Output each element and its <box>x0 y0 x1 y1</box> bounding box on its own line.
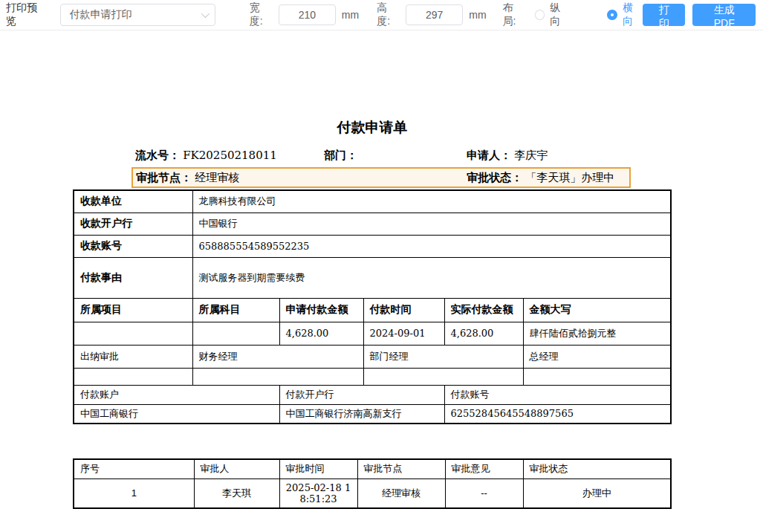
cell-header: 付款账号 <box>444 385 671 404</box>
cell-header: 所属科目 <box>192 298 279 322</box>
cell-value: 4,628.00 <box>279 322 363 345</box>
print-button[interactable]: 打印 <box>643 4 685 26</box>
document-info-row: 流水号： FK20250218011 部门： 申请人： 李庆宇 <box>73 148 672 163</box>
cell-value: 李天琪 <box>194 479 279 508</box>
cell-label: 付款事由 <box>74 257 192 298</box>
cell-label: 收款账号 <box>74 235 192 257</box>
signature-row: 出纳审批 财务经理 部门经理 总经理 <box>74 345 671 368</box>
approval-node-label: 审批节点： <box>136 171 192 184</box>
approval-status-label: 审批状态： <box>467 171 522 184</box>
cell-value: 经理审核 <box>357 479 445 508</box>
radio-portrait[interactable]: 纵向 <box>535 1 571 28</box>
width-label: 宽度: <box>250 1 273 28</box>
cell-header: 序号 <box>74 459 194 479</box>
cell-header: 审批意见 <box>445 459 523 479</box>
applicant-label: 申请人： <box>467 149 511 161</box>
cell-value: 4,628.00 <box>444 322 523 345</box>
signature-blank-row <box>74 368 671 385</box>
cell-value: 658885554589552235 <box>192 235 671 257</box>
template-select-value: 付款申请打印 <box>70 8 132 22</box>
table-row: 收款账号 658885554589552235 <box>74 235 671 257</box>
cell-value <box>74 322 192 345</box>
height-input[interactable] <box>406 4 463 25</box>
document-title: 付款申请单 <box>73 118 672 137</box>
cell-value: 龙腾科技有限公司 <box>192 190 671 213</box>
cell-value: 办理中 <box>523 479 671 508</box>
payment-detail-table: 收款单位 龙腾科技有限公司 收款开户行 中国银行 收款账号 6588855545… <box>73 189 672 424</box>
cell-value: 1 <box>74 479 194 508</box>
cell-value: 肆仟陆佰贰拾捌元整 <box>523 322 671 345</box>
cell-header: 审批人 <box>194 459 279 479</box>
cell-header: 审批状态 <box>523 459 671 479</box>
radio-circle-icon <box>535 10 545 20</box>
radio-landscape[interactable]: 横向 <box>607 1 643 28</box>
table-row: 4,628.00 2024-09-01 4,628.00 肆仟陆佰贰拾捌元整 <box>74 322 671 345</box>
approval-status-banner: 审批节点： 经理审核 审批状态： 「李天琪」办理中 <box>132 167 631 188</box>
cell-value: 2025-02-18 18:51:23 <box>279 479 357 508</box>
cell-header: 付款账户 <box>74 385 279 404</box>
cell-value: -- <box>445 479 523 508</box>
radio-portrait-label: 纵向 <box>550 1 570 28</box>
applicant-group: 申请人： 李庆宇 <box>467 149 672 163</box>
cell-value: 中国工商银行济南高新支行 <box>279 404 444 424</box>
radio-dot-icon <box>607 10 617 20</box>
chevron-down-icon <box>201 10 210 18</box>
payer-header-row: 付款账户 付款开户行 付款账号 <box>74 385 671 404</box>
height-label: 高度: <box>377 1 400 28</box>
cell-header: 付款时间 <box>363 298 444 322</box>
approval-history-table: 序号 审批人 审批时间 审批节点 审批意见 审批状态 1 李天琪 2025-02… <box>73 458 672 509</box>
approval-status-group: 审批状态： 「李天琪」办理中 <box>467 171 614 185</box>
table-row: 收款单位 龙腾科技有限公司 <box>74 190 671 213</box>
department-label: 部门： <box>324 149 357 161</box>
height-unit: mm <box>469 9 486 21</box>
cell-value: 测试服务器到期需要续费 <box>192 257 671 298</box>
payer-value-row: 中国工商银行 中国工商银行济南高新支行 62552845645548897565 <box>74 404 671 424</box>
cell-label: 总经理 <box>523 345 671 368</box>
cell-label: 财务经理 <box>192 345 363 368</box>
cell-header: 审批节点 <box>357 459 445 479</box>
cell-empty <box>192 368 363 385</box>
width-unit: mm <box>342 9 359 21</box>
approval-node-group: 审批节点： 经理审核 <box>136 171 467 185</box>
template-select[interactable]: 付款申请打印 <box>60 4 215 26</box>
cell-value: 中国银行 <box>192 213 671 235</box>
cell-empty <box>523 368 671 385</box>
cell-value: 62552845645548897565 <box>444 404 671 424</box>
cell-header: 实际付款金额 <box>444 298 523 322</box>
serial-value: FK20250218011 <box>183 149 277 162</box>
serial-group: 流水号： FK20250218011 <box>135 149 324 163</box>
cell-header: 申请付款金额 <box>279 298 363 322</box>
radio-landscape-label: 横向 <box>623 1 643 28</box>
table-header-row: 所属项目 所属科目 申请付款金额 付款时间 实际付款金额 金额大写 <box>74 298 671 322</box>
width-input[interactable] <box>279 4 336 25</box>
cell-value <box>192 322 279 345</box>
print-toolbar: 打印预览 付款申请打印 宽度: mm 高度: mm 布局: 纵向 横向 打印 生… <box>0 0 763 30</box>
serial-label: 流水号： <box>135 149 180 161</box>
cell-label: 收款开户行 <box>74 213 192 235</box>
cell-empty <box>74 368 192 385</box>
cell-label: 收款单位 <box>74 190 192 213</box>
approval-node-value: 经理审核 <box>195 171 239 184</box>
cell-header: 所属项目 <box>74 298 192 322</box>
cell-label: 出纳审批 <box>74 345 192 368</box>
cell-header: 付款开户行 <box>279 385 444 404</box>
table-row: 收款开户行 中国银行 <box>74 213 671 235</box>
table-header-row: 序号 审批人 审批时间 审批节点 审批意见 审批状态 <box>74 459 671 479</box>
approval-status-value: 「李天琪」办理中 <box>525 171 614 184</box>
preview-label: 打印预览 <box>6 1 47 28</box>
print-preview-document: 付款申请单 流水号： FK20250218011 部门： 申请人： 李庆宇 审批… <box>73 118 672 509</box>
layout-label: 布局: <box>503 1 526 28</box>
department-group: 部门： <box>324 149 467 163</box>
cell-value: 2024-09-01 <box>363 322 444 345</box>
table-row: 付款事由 测试服务器到期需要续费 <box>74 257 671 298</box>
cell-label: 部门经理 <box>363 345 523 368</box>
cell-empty <box>363 368 523 385</box>
cell-header: 审批时间 <box>279 459 357 479</box>
cell-header: 金额大写 <box>523 298 671 322</box>
applicant-value: 李庆宇 <box>514 149 548 161</box>
generate-pdf-button[interactable]: 生成PDF <box>692 4 756 26</box>
cell-value: 中国工商银行 <box>74 404 279 424</box>
table-row: 1 李天琪 2025-02-18 18:51:23 经理审核 -- 办理中 <box>74 479 671 508</box>
